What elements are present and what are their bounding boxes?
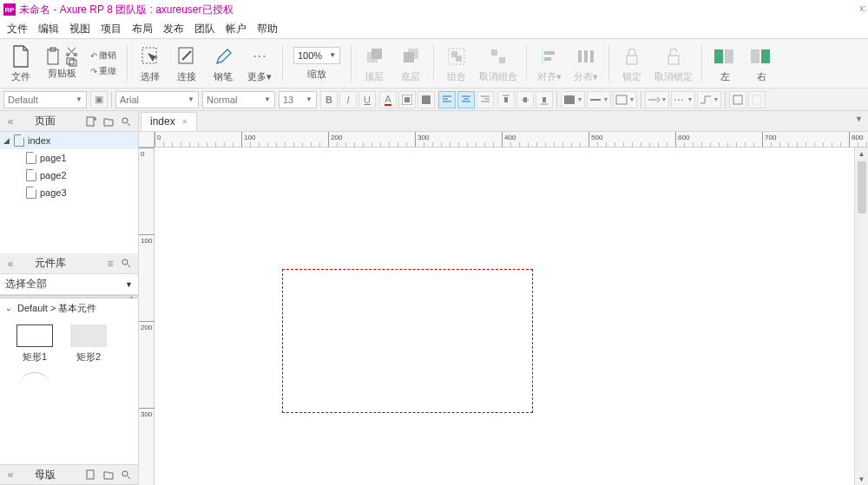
page-tree: ◢ index page1 page2 page3 xyxy=(0,132,138,253)
lock-icon xyxy=(623,44,641,69)
library-group-head[interactable]: ⌄ Default > 基本元件 xyxy=(0,298,138,318)
style-preset-combo[interactable]: Default▼ xyxy=(3,91,87,108)
menu-help[interactable]: 帮助 xyxy=(257,22,278,36)
menu-layout[interactable]: 布局 xyxy=(132,22,153,36)
page-index[interactable]: ◢ index xyxy=(0,132,138,149)
tab-index[interactable]: index × xyxy=(141,112,197,131)
font-weight-combo[interactable]: Normal▼ xyxy=(202,91,275,108)
svg-rect-61 xyxy=(87,470,94,479)
ruler-horizontal[interactable]: 0100200300400500600700800 xyxy=(155,132,868,147)
halign-center-button[interactable] xyxy=(457,91,475,108)
widget-more[interactable] xyxy=(12,372,57,384)
bold-button[interactable]: B xyxy=(320,91,338,108)
align-left-button[interactable]: 左 xyxy=(709,44,740,83)
widget-rect2[interactable]: 矩形2 xyxy=(66,324,111,364)
line-dash-button[interactable]: ▼ xyxy=(671,91,695,108)
widget-rect1[interactable]: 矩形1 xyxy=(12,324,57,364)
new-page-button[interactable] xyxy=(86,116,100,127)
menu-project[interactable]: 项目 xyxy=(101,22,122,36)
halign-left-button[interactable] xyxy=(438,91,456,108)
search-pages-button[interactable] xyxy=(121,116,135,127)
page-page3[interactable]: page3 xyxy=(0,184,138,201)
rectangle-icon xyxy=(16,324,53,347)
send-back-button[interactable]: 底层 xyxy=(395,44,426,83)
border-line-button[interactable]: ▼ xyxy=(587,91,611,108)
close-tab-icon[interactable]: × xyxy=(182,117,187,127)
menu-account[interactable]: 帐户 xyxy=(226,22,247,36)
svg-point-2 xyxy=(67,54,69,56)
fill-color-button[interactable] xyxy=(418,91,435,108)
menu-edit[interactable]: 编辑 xyxy=(38,22,59,36)
ruler-vertical[interactable]: 0100200300 xyxy=(139,147,155,485)
ungroup-button[interactable]: 取消组合 xyxy=(477,44,519,83)
svg-rect-22 xyxy=(590,50,594,62)
fill-menu-button[interactable]: ▼ xyxy=(561,91,585,108)
valign-top-button[interactable] xyxy=(497,91,515,108)
menu-file[interactable]: 文件 xyxy=(7,22,28,36)
svg-rect-5 xyxy=(69,60,76,66)
connector-type-button[interactable]: ▼ xyxy=(697,91,721,108)
unlock-button[interactable]: 取消锁定 xyxy=(653,44,694,83)
halign-right-button[interactable] xyxy=(477,91,494,108)
scroll-up-button[interactable]: ▲ xyxy=(855,147,868,160)
italic-button[interactable]: I xyxy=(339,91,357,108)
select-tool[interactable]: 选择 xyxy=(135,44,166,83)
menu-publish[interactable]: 发布 xyxy=(163,22,184,36)
more-tools[interactable]: ⋯ 更多▾ xyxy=(244,44,275,83)
border-style-button[interactable]: ▼ xyxy=(613,91,637,108)
paintformat-button[interactable]: ▣ xyxy=(90,91,108,108)
page-page2[interactable]: page2 xyxy=(0,167,138,184)
valign-bottom-button[interactable] xyxy=(536,91,553,108)
canvas[interactable] xyxy=(155,147,854,485)
page-page1[interactable]: page1 xyxy=(0,149,138,167)
library-search-button[interactable] xyxy=(121,258,135,270)
vertical-scrollbar[interactable]: ▲ ▼ xyxy=(854,147,868,485)
svg-point-57 xyxy=(122,118,128,123)
line-arrow-button[interactable]: ▼ xyxy=(645,91,669,108)
undo-button[interactable]: ↶撤销 xyxy=(90,49,116,62)
new-master-folder-button[interactable] xyxy=(103,469,117,480)
format-bar: Default▼ ▣ Arial▼ Normal▼ 13▼ B I U A ▼ … xyxy=(0,88,868,111)
svg-rect-16 xyxy=(499,57,505,63)
align-right-button[interactable]: 右 xyxy=(746,44,777,83)
cut-icon[interactable] xyxy=(66,47,78,56)
new-file-button[interactable]: 文件 xyxy=(5,44,36,83)
tabs-menu-button[interactable]: ▼ xyxy=(855,115,863,123)
svg-point-62 xyxy=(122,471,128,476)
copy-icon[interactable] xyxy=(66,57,78,67)
pen-tool[interactable]: 钢笔 xyxy=(207,44,239,83)
redo-button[interactable]: ↷重做 xyxy=(90,64,116,78)
connect-tool[interactable]: 连接 xyxy=(171,44,202,83)
new-folder-button[interactable] xyxy=(103,116,117,127)
lock-button[interactable]: 锁定 xyxy=(616,44,648,83)
svg-rect-26 xyxy=(725,49,733,63)
pages-panel-head: « 页面 xyxy=(0,111,138,132)
collapse-icon[interactable]: ◢ xyxy=(3,136,14,145)
library-select-all[interactable]: 选择全部 ▼ xyxy=(0,274,138,295)
library-menu-button[interactable]: ≡ xyxy=(103,258,117,270)
new-master-button[interactable] xyxy=(86,469,100,480)
distribute-button[interactable]: 分布▾ xyxy=(570,44,602,83)
collapse-panel-button[interactable]: « xyxy=(3,115,17,128)
underline-button[interactable]: U xyxy=(358,91,376,108)
zoom-group: 100% ▼ 缩放 xyxy=(290,45,344,82)
align-button[interactable]: 对齐▾ xyxy=(534,44,565,83)
menu-view[interactable]: 视图 xyxy=(69,22,90,36)
collapse-panel-button[interactable]: « xyxy=(3,469,17,481)
bring-front-button[interactable]: 顶层 xyxy=(358,44,390,83)
search-masters-button[interactable] xyxy=(121,469,135,480)
collapse-panel-button[interactable]: « xyxy=(3,258,17,270)
svg-rect-0 xyxy=(48,49,58,64)
text-color-button[interactable]: A xyxy=(379,91,397,108)
scroll-down-button[interactable]: ▼ xyxy=(855,473,868,485)
font-size-combo[interactable]: 13▼ xyxy=(279,91,317,108)
border-all-button[interactable] xyxy=(729,91,746,108)
border-none-button[interactable] xyxy=(748,91,766,108)
outer-fill-button[interactable] xyxy=(398,91,416,108)
menu-team[interactable]: 团队 xyxy=(194,22,215,36)
font-combo[interactable]: Arial▼ xyxy=(115,91,199,108)
zoom-combo[interactable]: 100% ▼ xyxy=(293,47,340,64)
group-button[interactable]: 组合 xyxy=(441,44,472,83)
valign-middle-button[interactable] xyxy=(516,91,534,108)
paste-icon[interactable] xyxy=(45,47,62,67)
